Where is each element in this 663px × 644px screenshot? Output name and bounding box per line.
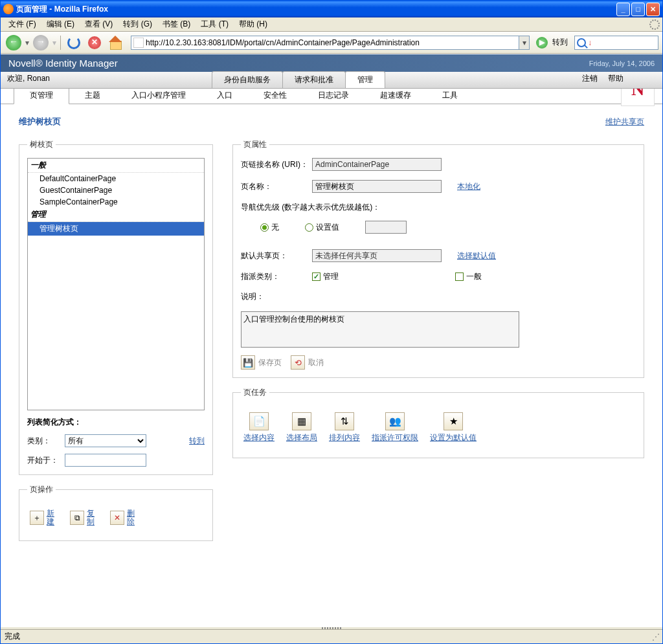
link-maintain-shared[interactable]: 维护共享页 bbox=[605, 117, 644, 128]
menu-go[interactable]: 转到 (G) bbox=[118, 17, 157, 31]
form-fieldset: 页属性 页链接名称 (URI)： 页名称： 本地化 导航优先级 (数字越大表示优… bbox=[232, 139, 644, 378]
toptab-admin[interactable]: 管理 bbox=[345, 71, 385, 88]
menu-bookmarks[interactable]: 书签 (B) bbox=[157, 17, 196, 31]
uri-label: 页链接名称 (URI)： bbox=[241, 159, 312, 170]
minimize-button[interactable]: _ bbox=[616, 3, 630, 16]
reload-button[interactable] bbox=[65, 34, 83, 52]
subtab-theme[interactable]: 主题 bbox=[69, 87, 116, 104]
filter-category-select[interactable]: 所有 bbox=[65, 434, 146, 447]
tree-item[interactable]: SampleContainerPage bbox=[28, 196, 204, 208]
task-arrange-content[interactable]: ⇅ 排列内容 bbox=[329, 412, 360, 443]
stop-icon: ✕ bbox=[88, 36, 101, 49]
app-date: Friday, July 14, 2006 bbox=[589, 60, 655, 67]
task-icon: 📄 bbox=[249, 412, 269, 430]
home-icon bbox=[108, 36, 122, 50]
checkbox-general[interactable]: 一般 bbox=[455, 271, 482, 282]
maximize-button[interactable]: □ bbox=[631, 3, 645, 16]
desc-textarea[interactable]: 入口管理控制台使用的树枝页 bbox=[241, 311, 519, 348]
link-help[interactable]: 帮助 bbox=[608, 73, 624, 84]
save-button[interactable]: 💾 保存页 bbox=[241, 355, 282, 370]
assign-label: 指派类别： bbox=[241, 271, 312, 282]
menu-tools[interactable]: 工具 (T) bbox=[196, 17, 234, 31]
back-dropdown[interactable]: ▾ bbox=[25, 38, 29, 47]
toptab-requests-approvals[interactable]: 请求和批准 bbox=[282, 71, 346, 88]
subtab-tools[interactable]: 工具 bbox=[427, 87, 473, 104]
filter-title: 列表简化方式： bbox=[27, 417, 205, 428]
tree-item[interactable]: GuestContainerPage bbox=[28, 184, 204, 196]
app-brand: Novell® Identity Manager bbox=[8, 58, 118, 69]
default-label: 默认共享页： bbox=[241, 250, 312, 261]
menu-edit[interactable]: 编辑 (E) bbox=[41, 17, 80, 31]
forward-icon bbox=[33, 35, 49, 50]
task-icon: ▦ bbox=[292, 412, 311, 430]
radio-set-value[interactable]: 设置值 bbox=[305, 222, 339, 233]
task-icon: ⇅ bbox=[335, 412, 354, 430]
op-delete[interactable]: ✕ 删除 bbox=[110, 509, 136, 526]
delete-icon: ✕ bbox=[110, 511, 124, 525]
op-copy[interactable]: ⧉ 复制 bbox=[70, 509, 96, 526]
welcome-row: 欢迎, Ronan 身份自助服务 请求和批准 管理 注销 帮助 bbox=[1, 72, 662, 89]
content-area: Novell® Identity Manager Friday, July 14… bbox=[1, 54, 662, 629]
stop-button[interactable]: ✕ bbox=[85, 34, 104, 52]
link-logout[interactable]: 注销 bbox=[582, 73, 598, 84]
toptab-identity-self-service[interactable]: 身份自助服务 bbox=[212, 71, 283, 88]
radio-icon bbox=[305, 223, 313, 232]
subtab-portlet-admin[interactable]: 入口小程序管理 bbox=[116, 87, 201, 104]
cancel-button[interactable]: ⟲ 取消 bbox=[291, 355, 324, 370]
task-select-layout[interactable]: ▦ 选择布局 bbox=[286, 412, 317, 443]
filter-go-link[interactable]: 转到 bbox=[189, 436, 205, 447]
task-icon: ★ bbox=[444, 412, 463, 430]
page-title: 维护树枝页 bbox=[19, 116, 61, 128]
subtab-page-admin[interactable]: 页管理 bbox=[14, 87, 69, 104]
task-assign-permissions[interactable]: 👥 指派许可权限 bbox=[372, 412, 418, 443]
default-input bbox=[312, 249, 442, 262]
go-button[interactable]: ▶ bbox=[536, 37, 548, 49]
menu-help[interactable]: 帮助 (H) bbox=[234, 17, 273, 31]
link-localize[interactable]: 本地化 bbox=[457, 181, 480, 192]
filter-start-input[interactable] bbox=[65, 454, 146, 467]
search-box[interactable]: ↓ bbox=[574, 36, 658, 50]
checkbox-admin[interactable]: ✓ 管理 bbox=[312, 271, 339, 282]
go-label: 转到 bbox=[552, 37, 568, 48]
menu-file[interactable]: 文件 (F) bbox=[3, 17, 41, 31]
subtab-row: 页管理 主题 入口小程序管理 入口 安全性 日志记录 超速缓存 工具 bbox=[1, 89, 662, 104]
address-bar[interactable]: ▾ bbox=[131, 36, 530, 50]
firefox-icon bbox=[3, 4, 14, 14]
tree-item[interactable]: DefaultContainerPage bbox=[28, 173, 204, 184]
name-input[interactable] bbox=[312, 180, 442, 193]
checkbox-icon bbox=[455, 272, 464, 281]
tree-group-general: 一般 bbox=[28, 159, 204, 173]
ops-fieldset: 页操作 ＋ 新建 ⧉ 复制 ✕ bbox=[19, 484, 213, 541]
subtab-cache[interactable]: 超速缓存 bbox=[365, 87, 427, 104]
resize-gripper[interactable]: ⋰ bbox=[652, 632, 658, 641]
menu-view[interactable]: 查看 (V) bbox=[80, 17, 118, 31]
link-select-default[interactable]: 选择默认值 bbox=[457, 250, 496, 261]
task-icon: 👥 bbox=[385, 412, 405, 430]
app-header: Novell® Identity Manager Friday, July 14… bbox=[1, 54, 662, 72]
op-new[interactable]: ＋ 新建 bbox=[30, 509, 56, 526]
tree-fieldset: 树枝页 一般 DefaultContainerPage GuestContain… bbox=[19, 139, 213, 475]
subtab-portal[interactable]: 入口 bbox=[201, 87, 248, 104]
priority-input[interactable] bbox=[365, 221, 407, 234]
back-icon bbox=[6, 35, 21, 50]
subtab-log[interactable]: 日志记录 bbox=[302, 87, 365, 104]
save-icon: 💾 bbox=[241, 355, 255, 370]
filter-category-label: 类别： bbox=[27, 436, 61, 447]
subtab-security[interactable]: 安全性 bbox=[248, 87, 302, 104]
address-dropdown[interactable]: ▾ bbox=[519, 36, 529, 49]
tree-list[interactable]: 一般 DefaultContainerPage GuestContainerPa… bbox=[27, 158, 205, 410]
close-button[interactable]: ✕ bbox=[646, 3, 660, 16]
task-select-content[interactable]: 📄 选择内容 bbox=[243, 412, 275, 443]
page-icon bbox=[133, 38, 144, 48]
titlebar[interactable]: 页面管理 - Mozilla Firefox _ □ ✕ bbox=[1, 1, 662, 17]
url-input[interactable] bbox=[146, 37, 519, 49]
welcome-text: 欢迎, Ronan bbox=[1, 73, 56, 88]
task-set-default[interactable]: ★ 设置为默认值 bbox=[430, 412, 477, 443]
resize-handle[interactable] bbox=[1, 627, 662, 629]
home-button[interactable] bbox=[106, 34, 124, 52]
forward-dropdown[interactable]: ▾ bbox=[52, 38, 56, 47]
tree-item-selected[interactable]: 管理树枝页 bbox=[28, 222, 204, 236]
reload-icon bbox=[67, 36, 80, 49]
radio-none[interactable]: 无 bbox=[260, 222, 279, 233]
back-button[interactable] bbox=[5, 34, 23, 52]
